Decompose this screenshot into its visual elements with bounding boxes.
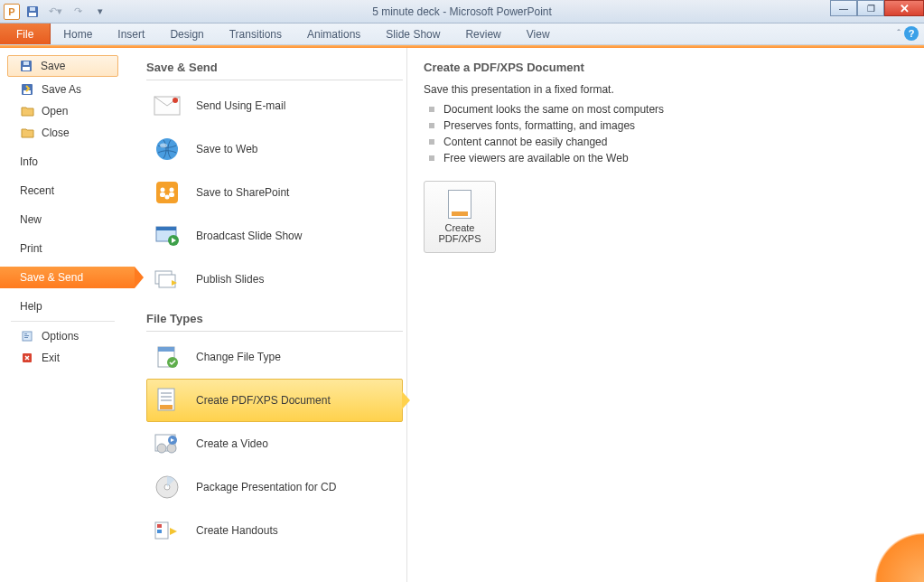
tab-review[interactable]: Review [453,23,513,44]
video-icon [153,429,182,458]
svg-rect-10 [24,335,29,336]
svg-rect-1 [29,13,36,16]
create-pdf-xps-button[interactable]: Create PDF/XPS [424,181,496,253]
item-broadcast[interactable]: Broadcast Slide Show [146,214,403,258]
quick-access-toolbar: P ↶▾ ↷ ▾ [0,3,110,21]
item-save-sharepoint[interactable]: Save to SharePoint [146,171,403,214]
nav-info[interactable]: Info [0,151,126,173]
item-publish-slides[interactable]: Publish Slides [146,258,403,301]
svg-rect-22 [169,192,174,197]
nav-options[interactable]: Options [0,325,126,347]
item-save-web[interactable]: Save to Web [146,127,403,171]
svg-rect-32 [161,392,172,394]
close-button[interactable]: ✕ [884,0,924,16]
nav-save-as[interactable]: Save As [0,79,126,100]
item-label: Save to Web [196,143,257,155]
change-file-type-icon [153,343,182,371]
tab-slide-show[interactable]: Slide Show [373,23,453,44]
svg-rect-24 [156,227,176,230]
sharepoint-icon [153,178,182,207]
minimize-button[interactable]: — [830,0,857,16]
tab-home[interactable]: Home [51,23,105,44]
svg-rect-11 [24,337,28,338]
nav-label: Print [20,242,42,255]
item-send-email[interactable]: Send Using E-mail [146,84,403,127]
nav-recent[interactable]: Recent [0,180,126,202]
nav-label: New [20,213,42,226]
tab-file[interactable]: File [0,23,51,44]
maximize-button[interactable]: ❐ [857,0,884,16]
options-icon [20,329,34,343]
help-icon[interactable]: ? [904,26,919,41]
ribbon-minimize-icon[interactable]: ˆ [897,28,901,39]
nav-save[interactable]: Save [7,55,118,77]
nav-print[interactable]: Print [0,238,126,259]
detail-heading: Create a PDF/XPS Document [424,61,906,74]
item-label: Broadcast Slide Show [196,230,302,242]
nav-label: Open [42,105,68,117]
item-label: Package Presentation for CD [196,481,336,493]
undo-icon[interactable]: ↶▾ [45,3,65,21]
bullet-item: Content cannot be easily changed [424,134,906,150]
svg-point-20 [165,195,170,200]
pdf-document-icon [448,190,471,219]
svg-rect-2 [30,7,35,11]
divider [146,331,403,332]
item-create-handouts[interactable]: Create Handouts [146,509,403,552]
save-icon[interactable] [23,3,42,21]
backstage-nav: Save Save As Open Close Info Recent New … [0,48,126,582]
svg-point-15 [156,138,178,160]
window-controls: — ❐ ✕ [830,0,924,16]
nav-help[interactable]: Help [0,296,126,317]
svg-rect-33 [161,396,172,398]
tab-view[interactable]: View [514,23,563,44]
nav-label: Help [20,300,42,313]
nav-close[interactable]: Close [0,122,126,144]
save-as-icon [20,82,34,97]
pdf-document-icon [153,386,182,415]
folder-close-icon [20,126,34,140]
nav-label: Exit [42,352,60,364]
nav-label: Options [42,330,79,343]
nav-open[interactable]: Open [0,100,126,122]
tab-insert[interactable]: Insert [105,23,157,44]
item-label: Change File Type [196,351,281,363]
qat-customize-icon[interactable]: ▾ [90,3,110,21]
window-title: 5 minute deck - Microsoft PowerPoint [0,5,924,18]
svg-rect-29 [158,347,174,352]
app-icon[interactable]: P [4,4,20,20]
detail-panel: Create a PDF/XPS Document Save this pres… [406,48,924,582]
nav-exit[interactable]: Exit [0,347,126,369]
item-label: Send Using E-mail [196,99,285,112]
svg-rect-21 [160,192,165,197]
nav-label: Save As [42,83,81,96]
tab-design[interactable]: Design [157,23,216,44]
item-label: Publish Slides [196,273,264,286]
tab-animations[interactable]: Animations [294,23,373,44]
title-bar: P ↶▾ ↷ ▾ 5 minute deck - Microsoft Power… [0,0,924,23]
svg-point-14 [173,98,178,103]
folder-open-icon [20,104,34,118]
handouts-icon [153,516,182,545]
button-label-line1: Create [438,222,481,233]
bullet-item: Preserves fonts, formatting, and images [424,117,906,134]
item-change-file-type[interactable]: Change File Type [146,335,403,379]
svg-rect-44 [157,530,162,533]
cd-icon [153,473,182,502]
item-create-pdf-xps[interactable]: Create PDF/XPS Document [146,379,403,422]
svg-point-19 [170,188,174,192]
svg-rect-9 [24,333,27,334]
globe-icon [153,135,182,164]
button-label-line2: PDF/XPS [438,233,481,244]
redo-icon[interactable]: ↷ [68,3,88,21]
item-package-cd[interactable]: Package Presentation for CD [146,465,403,509]
tab-transitions[interactable]: Transitions [217,23,294,44]
save-send-panel: Save & Send Send Using E-mail Save to We… [126,48,406,582]
nav-new[interactable]: New [0,209,126,230]
svg-rect-43 [157,524,162,528]
svg-rect-35 [160,405,173,409]
nav-save-send[interactable]: Save & Send [0,267,135,288]
svg-point-38 [167,444,176,453]
svg-point-16 [160,144,167,148]
item-create-video[interactable]: Create a Video [146,422,403,465]
